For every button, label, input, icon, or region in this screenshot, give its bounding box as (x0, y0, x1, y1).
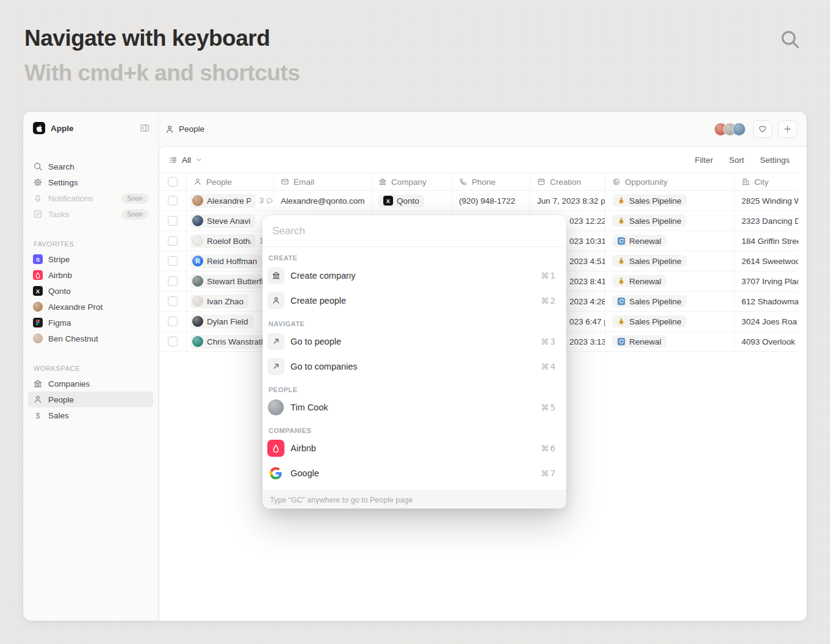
collaborator-avatars[interactable] (714, 123, 746, 136)
column-header-company[interactable]: Company (372, 173, 452, 190)
row-checkbox[interactable] (168, 317, 178, 326)
cell-phone[interactable]: (920) 948-1722 (452, 191, 530, 210)
row-checkbox[interactable] (168, 236, 178, 246)
cell-opportunity[interactable]: $Renewal (605, 271, 735, 291)
column-header-label: Opportunity (625, 177, 668, 187)
palette-item-label: Airbnb (290, 443, 316, 453)
table-row: Alexandre Prot3Alexandre@qonto.comXQonto… (159, 191, 798, 211)
cell-opportunity[interactable]: $Sales Pipeline (605, 191, 735, 210)
cell-opportunity[interactable]: $Sales Pipeline (605, 211, 735, 231)
cell-opportunity[interactable]: Renewal (605, 332, 735, 351)
cell-people[interactable]: RReid Hoffman (187, 251, 274, 271)
cell-people[interactable]: Chris Wanstrath (187, 332, 274, 351)
favorite-item-airbnb[interactable]: Airbnb (28, 267, 153, 283)
favorite-item-label: Alexandre Prot (48, 302, 103, 312)
favorite-button[interactable] (753, 120, 772, 138)
row-checkbox[interactable] (168, 296, 178, 306)
search-icon[interactable] (779, 28, 801, 50)
cell-opportunity[interactable]: Renewal (605, 231, 735, 251)
row-checkbox[interactable] (168, 216, 178, 226)
palette-item-go-to-companies[interactable]: Go to companies⌘4 (262, 354, 566, 379)
cell-opportunity[interactable]: $Sales Pipeline (605, 312, 735, 331)
palette-item-google[interactable]: Google⌘7 (262, 460, 566, 485)
sidebar-item-search[interactable]: Search (28, 159, 153, 174)
column-header-label: Phone (472, 177, 496, 187)
cell-people[interactable]: Roelof Botha1 (187, 231, 274, 251)
row-select-cell (159, 191, 187, 210)
toolbar-action-filter[interactable]: Filter (695, 156, 713, 165)
palette-item-create-people[interactable]: Create people⌘2 (262, 288, 566, 313)
column-header-city[interactable]: City (735, 173, 798, 190)
favorite-item-stripe[interactable]: SStripe (28, 251, 153, 267)
palette-item-create-company[interactable]: Create company⌘1 (262, 263, 566, 288)
sidebar-item-notifications[interactable]: NotificationsSoon (28, 190, 153, 206)
cell-opportunity[interactable]: $Sales Pipeline (605, 251, 735, 271)
cell-opportunity[interactable]: Sales Pipeline (605, 292, 735, 311)
palette-item-airbnb[interactable]: Airbnb⌘6 (262, 435, 566, 460)
page-subtitle: With cmd+k and shortcuts (24, 60, 300, 87)
palette-item-tim-cook[interactable]: Tim Cook⌘5 (262, 395, 566, 420)
cell-city[interactable]: 3707 Irving Plac (735, 271, 798, 291)
cell-creation[interactable]: Jun 7, 2023 8:32 pm (530, 191, 605, 210)
cell-people[interactable]: Ivan Zhao (187, 292, 274, 311)
favorite-item-ben-chestnut[interactable]: Ben Chestnut (28, 331, 153, 346)
gear-icon (33, 177, 43, 187)
palette-section-label: NAVIGATE (269, 320, 560, 327)
cell-people[interactable]: Dylan Field (187, 312, 274, 331)
palette-item-go-to-people[interactable]: Go to people⌘3 (262, 329, 566, 354)
favorite-item-qonto[interactable]: XQonto (28, 283, 153, 299)
opportunity-chip: $Sales Pipeline (612, 215, 687, 227)
toolbar-action-settings[interactable]: Settings (760, 156, 790, 165)
sidebar-menu: SearchSettingsNotificationsSoonTasksSoon (23, 159, 158, 222)
avatar (192, 276, 203, 287)
sidebar-item-label: People (48, 395, 74, 404)
task-icon (33, 209, 43, 219)
cell-email[interactable]: Alexandre@qonto.com (274, 191, 372, 210)
column-header-people[interactable]: People (187, 173, 274, 190)
moneybag-icon: $ (617, 257, 626, 265)
palette-search-input[interactable] (272, 225, 557, 237)
column-header-phone[interactable]: Phone (452, 173, 530, 190)
favorite-item-figma[interactable]: Figma (28, 315, 153, 331)
cell-city[interactable]: 3024 Joes Roa (735, 312, 798, 331)
opportunity-label: Sales Pipeline (629, 297, 682, 306)
cell-city[interactable]: 2323 Dancing D (735, 211, 798, 231)
company-chip: XQonto (378, 195, 424, 207)
renewal-icon (617, 297, 626, 306)
select-all-checkbox[interactable] (168, 177, 178, 187)
google-logo (267, 465, 284, 482)
favorite-item-alexandre-prot[interactable]: Alexandre Prot (28, 299, 153, 315)
sidebar-item-tasks[interactable]: TasksSoon (28, 206, 153, 222)
row-checkbox[interactable] (168, 256, 178, 266)
cell-city[interactable]: 4093 Overlook (735, 332, 798, 351)
toolbar-action-sort[interactable]: Sort (729, 156, 744, 165)
column-header-email[interactable]: Email (274, 173, 372, 190)
sidebar-item-companies[interactable]: Companies (28, 376, 153, 392)
avatar (192, 316, 203, 327)
add-button[interactable] (778, 120, 797, 138)
row-checkbox[interactable] (168, 276, 178, 286)
column-header-opportunity[interactable]: Opportunity (605, 173, 735, 190)
column-header-creation[interactable]: Creation (530, 173, 605, 190)
cell-city[interactable]: 2825 Winding W (735, 191, 798, 210)
cell-city[interactable]: 612 Shadowma (735, 292, 798, 311)
cell-company[interactable]: XQonto (372, 191, 452, 210)
cell-city[interactable]: 184 Griffin Stree (735, 231, 798, 251)
row-checkbox[interactable] (168, 196, 178, 206)
cell-city[interactable]: 2614 Sweetwoo (735, 251, 798, 271)
row-checkbox[interactable] (168, 337, 178, 346)
sidebar-item-sales[interactable]: $Sales (28, 407, 153, 423)
collapse-sidebar-icon[interactable] (140, 123, 150, 133)
bank-icon (267, 267, 284, 284)
cell-people[interactable]: Steve Anavi (187, 211, 274, 231)
person-name: Reid Hoffman (207, 257, 257, 266)
sidebar-item-settings[interactable]: Settings (28, 174, 153, 190)
person-name: Dylan Field (207, 317, 248, 326)
view-selector[interactable]: All (168, 156, 203, 165)
chevron-down-icon (195, 156, 203, 163)
sidebar-item-people[interactable]: People (28, 392, 153, 407)
cell-people[interactable]: Alexandre Prot3 (187, 191, 274, 210)
opportunity-label: Sales Pipeline (629, 196, 682, 206)
cell-people[interactable]: Stewart Butterfield (187, 271, 274, 291)
bubble-icon (265, 197, 273, 205)
